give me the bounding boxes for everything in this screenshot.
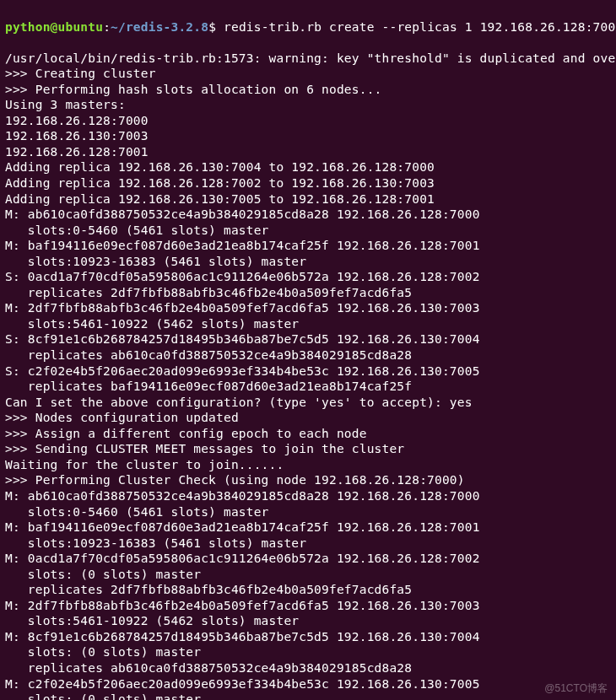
output-line: S: 0acd1a7f70cdf05a595806ac1c911264e06b5… — [5, 269, 611, 285]
output-line: slots: (0 slots) master — [5, 567, 611, 583]
output-line: slots:5461-10922 (5462 slots) master — [5, 613, 611, 629]
output-line: Can I set the above configuration? (type… — [5, 395, 611, 411]
output-line: M: 8cf91e1c6b268784257d18495b346ba87be7c… — [5, 629, 611, 645]
output-line: >>> Performing hash slots allocation on … — [5, 82, 611, 98]
output-line: slots:10923-16383 (5461 slots) master — [5, 254, 611, 270]
output-line: S: c2f02e4b5f206aec20ad099e6993ef334b4be… — [5, 363, 611, 380]
prompt-path: ~/redis-3.2.8 — [111, 20, 208, 34]
output-line: replicates 2df7fbfb88abfb3c46fb2e4b0a509… — [5, 285, 611, 301]
command-text: redis-trib.rb create --replicas 1 192.16… — [224, 20, 615, 34]
prompt-line-1: python@ubuntu:~/redis-3.2.8$ redis-trib.… — [5, 19, 611, 35]
output-line: Using 3 masters: — [5, 97, 611, 113]
watermark: @51CTO博客 — [544, 682, 608, 695]
output-line: >>> Performing Cluster Check (using node… — [5, 472, 611, 488]
output-line: M: 0acd1a7f70cdf05a595806ac1c911264e06b5… — [5, 551, 611, 567]
output-lines: /usr/local/bin/redis-trib.rb:1573: warni… — [5, 51, 611, 700]
output-line: replicates ab610ca0fd388750532ce4a9b3840… — [5, 660, 611, 676]
output-line: slots:0-5460 (5461 slots) master — [5, 223, 611, 239]
output-line: >>> Assign a different config epoch to e… — [5, 426, 611, 442]
output-line: >>> Creating cluster — [5, 66, 611, 82]
output-line: replicates 2df7fbfb88abfb3c46fb2e4b0a509… — [5, 582, 611, 598]
output-line: Waiting for the cluster to join...... — [5, 457, 611, 473]
output-line: Adding replica 192.168.26.130:7004 to 19… — [5, 159, 611, 175]
output-line: slots: (0 slots) master — [5, 692, 611, 700]
prompt-dollar: $ — [208, 20, 216, 34]
output-line: replicates ab610ca0fd388750532ce4a9b3840… — [5, 347, 611, 363]
output-line: replicates baf194116e09ecf087d60e3ad21ea… — [5, 379, 611, 395]
output-line: S: 8cf91e1c6b268784257d18495b346ba87be7c… — [5, 331, 611, 347]
output-line: >>> Nodes configuration updated — [5, 410, 611, 426]
output-line: M: 2df7fbfb88abfb3c46fb2e4b0a509fef7acd6… — [5, 300, 611, 316]
output-line: slots: (0 slots) master — [5, 644, 611, 660]
prompt-colon: : — [103, 20, 111, 34]
output-line: Adding replica 192.168.26.130:7005 to 19… — [5, 191, 611, 207]
terminal-output[interactable]: python@ubuntu:~/redis-3.2.8$ redis-trib.… — [5, 3, 611, 700]
output-line: M: c2f02e4b5f206aec20ad099e6993ef334b4be… — [5, 676, 611, 692]
output-line: slots:10923-16383 (5461 slots) master — [5, 536, 611, 552]
output-line: M: 2df7fbfb88abfb3c46fb2e4b0a509fef7acd6… — [5, 598, 611, 614]
output-line: 192.168.26.130:7003 — [5, 128, 611, 144]
output-line: 192.168.26.128:7000 — [5, 113, 611, 129]
output-line: slots:0-5460 (5461 slots) master — [5, 504, 611, 520]
output-line: >>> Sending CLUSTER MEET messages to joi… — [5, 441, 611, 457]
output-line: 192.168.26.128:7001 — [5, 144, 611, 160]
output-line: slots:5461-10922 (5462 slots) master — [5, 316, 611, 332]
output-line: M: baf194116e09ecf087d60e3ad21ea8b174caf… — [5, 238, 611, 254]
output-line: /usr/local/bin/redis-trib.rb:1573: warni… — [5, 51, 611, 67]
output-line: M: ab610ca0fd388750532ce4a9b384029185cd8… — [5, 207, 611, 223]
output-line: Adding replica 192.168.26.128:7002 to 19… — [5, 175, 611, 191]
prompt-user: python@ubuntu — [5, 20, 103, 34]
output-line: M: baf194116e09ecf087d60e3ad21ea8b174caf… — [5, 520, 611, 536]
output-line: M: ab610ca0fd388750532ce4a9b384029185cd8… — [5, 488, 611, 504]
